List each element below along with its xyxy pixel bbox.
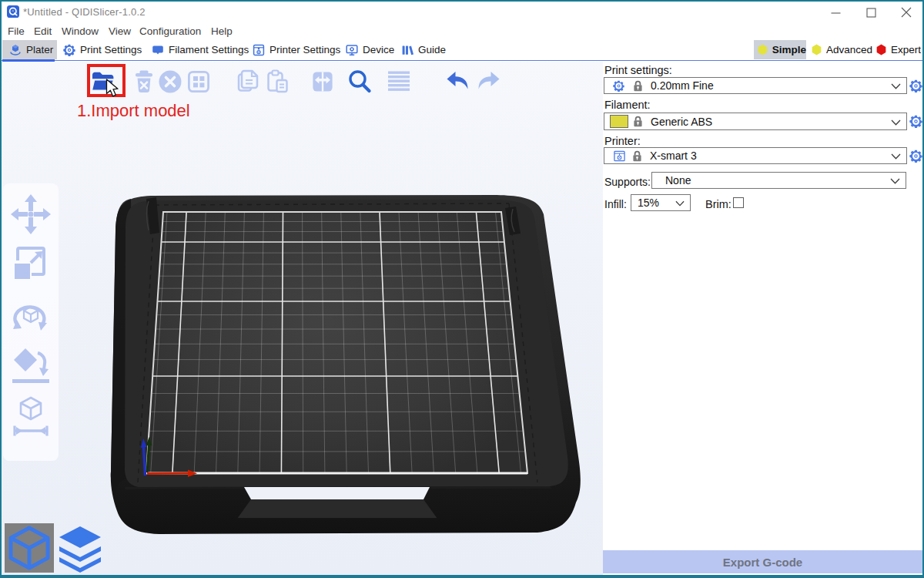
printer-value: X-smart 3 bbox=[650, 150, 697, 162]
toolbar-search-button[interactable] bbox=[346, 67, 373, 96]
toolbar-delete-all-button[interactable] bbox=[157, 67, 183, 96]
chevron-down-icon bbox=[891, 153, 901, 160]
gizmo-place-on-face-button[interactable] bbox=[7, 347, 55, 390]
mode-label: Simple bbox=[772, 44, 806, 55]
infill-label: Infill: bbox=[604, 198, 627, 210]
window-border-bottom bbox=[0, 575, 924, 578]
bed-front-panel bbox=[237, 499, 437, 519]
filament-color-swatch bbox=[610, 115, 628, 128]
printer-label: Printer: bbox=[604, 135, 641, 147]
supports-combo[interactable]: None bbox=[651, 172, 906, 189]
place-on-face-icon bbox=[7, 347, 55, 390]
menu-window[interactable]: Window bbox=[62, 24, 99, 39]
print-settings-value: 0.20mm Fine bbox=[651, 79, 714, 92]
export-gcode-label: Export G-code bbox=[723, 556, 802, 569]
gizmo-rotate-button[interactable] bbox=[7, 294, 55, 337]
maximize-button[interactable] bbox=[853, 2, 889, 23]
print-settings-combo[interactable]: 0.20mm Fine bbox=[604, 77, 907, 94]
toolbar-copy-button[interactable] bbox=[235, 67, 261, 96]
printer-gear-button[interactable] bbox=[909, 150, 922, 163]
lock-icon bbox=[632, 150, 642, 162]
mode-expert[interactable]: Expert bbox=[872, 40, 921, 59]
gizmo-move-button[interactable] bbox=[7, 193, 55, 236]
filament-value: Generic ABS bbox=[651, 116, 712, 128]
bed-grid-surface bbox=[146, 212, 527, 473]
printer-small-icon bbox=[614, 150, 625, 162]
brim-label: Brim: bbox=[705, 198, 732, 210]
gizmo-scale-button[interactable] bbox=[7, 242, 55, 285]
infill-value: 15% bbox=[638, 197, 659, 209]
qidislicer-window: *Untitled - QIDISlicer-1.0.2 File Edit W… bbox=[0, 0, 924, 578]
chevron-down-icon bbox=[891, 119, 901, 126]
chevron-down-icon bbox=[891, 83, 901, 89]
title-bar: *Untitled - QIDISlicer-1.0.2 bbox=[2, 2, 922, 23]
circle-x-icon bbox=[157, 67, 183, 96]
move-icon bbox=[7, 193, 55, 236]
maximize-icon bbox=[866, 8, 876, 18]
mode-label: Expert bbox=[891, 44, 921, 55]
measure-icon bbox=[7, 395, 55, 438]
filament-label: Filament: bbox=[604, 99, 651, 111]
search-icon bbox=[346, 67, 373, 96]
undo-icon bbox=[444, 67, 470, 96]
window-title: *Untitled - QIDISlicer-1.0.2 bbox=[23, 6, 146, 18]
simple-mode-icon bbox=[758, 44, 768, 55]
view-3d-button[interactable] bbox=[5, 523, 54, 573]
menu-help[interactable]: Help bbox=[211, 24, 233, 39]
mode-selector: Simple Advanced Expert bbox=[2, 40, 922, 59]
print-settings-gear-button[interactable] bbox=[909, 79, 922, 92]
tab-bar: Plater Print Settings Filament Settings … bbox=[2, 39, 922, 62]
mode-simple[interactable]: Simple bbox=[754, 40, 806, 59]
menu-view[interactable]: View bbox=[109, 24, 131, 39]
export-gcode-button[interactable]: Export G-code bbox=[603, 550, 922, 573]
toolbar-delete-button[interactable] bbox=[131, 67, 157, 96]
window-border-top bbox=[0, 0, 924, 2]
expert-mode-icon bbox=[876, 44, 886, 55]
app-logo-icon bbox=[7, 5, 19, 18]
mode-advanced[interactable]: Advanced bbox=[808, 40, 872, 59]
filament-gear-button[interactable] bbox=[909, 115, 922, 128]
brim-checkbox[interactable] bbox=[733, 197, 744, 208]
infill-combo[interactable]: 15% bbox=[631, 194, 691, 211]
chevron-down-icon bbox=[890, 178, 900, 184]
toolbar-paste-button[interactable] bbox=[264, 67, 290, 96]
lock-icon bbox=[633, 116, 643, 127]
trash-icon bbox=[131, 67, 157, 96]
scale-icon bbox=[7, 242, 55, 285]
bed-handle-gap bbox=[244, 487, 430, 499]
toolbar-split-button[interactable] bbox=[310, 67, 336, 96]
layers-stack-icon bbox=[55, 523, 105, 573]
toolbar-undo-button[interactable] bbox=[444, 67, 470, 96]
viewport-3d[interactable]: 1.Import model bbox=[0, 62, 603, 575]
redo-icon bbox=[476, 67, 502, 96]
print-bed-3d[interactable] bbox=[0, 62, 603, 575]
chevron-down-icon bbox=[675, 200, 685, 207]
cube-3d-icon bbox=[5, 523, 54, 573]
advanced-mode-icon bbox=[812, 44, 822, 55]
menu-edit[interactable]: Edit bbox=[34, 24, 52, 39]
menu-configuration[interactable]: Configuration bbox=[139, 24, 201, 39]
supports-label: Supports: bbox=[604, 176, 651, 188]
mode-label: Advanced bbox=[826, 44, 872, 55]
toolbar-redo-button[interactable] bbox=[476, 67, 502, 96]
print-settings-label: Print settings: bbox=[604, 64, 672, 76]
menu-file[interactable]: File bbox=[8, 24, 25, 39]
toolbar-arrange-button[interactable] bbox=[186, 67, 212, 96]
minimize-button[interactable] bbox=[818, 2, 853, 23]
printer-combo[interactable]: X-smart 3 bbox=[604, 147, 907, 164]
close-icon bbox=[901, 7, 912, 18]
gizmo-measure-button[interactable] bbox=[7, 395, 55, 438]
window-border-left bbox=[0, 0, 2, 578]
layers-list-icon bbox=[386, 67, 412, 96]
toolbar-variable-layers-button[interactable] bbox=[386, 67, 412, 96]
close-button[interactable] bbox=[889, 2, 924, 23]
main-area: 1.Import model bbox=[0, 62, 924, 575]
copy-icon bbox=[235, 67, 261, 96]
lock-icon bbox=[633, 80, 643, 92]
view-layers-button[interactable] bbox=[55, 523, 105, 573]
import-annotation: 1.Import model bbox=[77, 101, 190, 121]
settings-sidebar: Print settings: 0.20mm Fine Filament: bbox=[603, 62, 922, 575]
menu-bar: File Edit Window View Configuration Help bbox=[2, 23, 922, 39]
filament-combo[interactable]: Generic ABS bbox=[604, 113, 907, 130]
mouse-cursor-icon bbox=[105, 79, 122, 99]
